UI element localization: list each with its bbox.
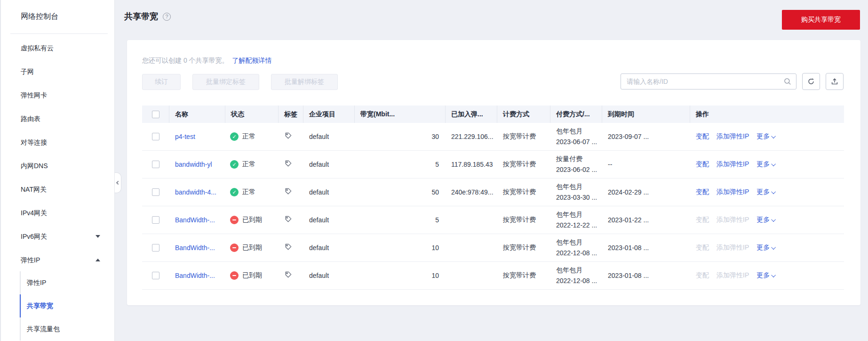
- col-payment-mode: 付费方式/...: [550, 106, 602, 123]
- batch-unbind-tags-button[interactable]: 批量解绑标签: [271, 74, 338, 90]
- row-checkbox[interactable]: [152, 161, 159, 168]
- add-eip-link[interactable]: 添加弹性IP: [717, 132, 749, 141]
- expiration-time: 2023-01-08 ...: [602, 244, 690, 252]
- billing-mode: 按宽带计费: [497, 271, 550, 280]
- col-bandwidth: 带宽(Mbit...: [355, 106, 446, 123]
- bandwidth-name-link[interactable]: BandWidth-...: [175, 216, 215, 224]
- row-checkbox[interactable]: [152, 216, 159, 224]
- add-eip-link[interactable]: 添加弹性IP: [717, 271, 749, 280]
- quota-text: 您还可以创建 0 个共享带宽。: [142, 57, 229, 64]
- divider: [10, 33, 108, 34]
- more-link[interactable]: 更多: [757, 188, 776, 196]
- sidebar-item-route-table[interactable]: 路由表: [1, 107, 114, 130]
- select-all-checkbox[interactable]: [152, 111, 159, 118]
- bandwidth-name-link[interactable]: BandWidth-...: [175, 272, 215, 279]
- sidebar: 网络控制台 虚拟私有云 子网 弹性网卡 路由表 对等连接 内网DNS NAT网关…: [1, 0, 115, 341]
- sidebar-item-ipv4-gateway[interactable]: IPv4网关: [1, 201, 114, 225]
- row-checkbox[interactable]: [152, 244, 159, 252]
- enterprise-project: default: [303, 244, 355, 252]
- export-button[interactable]: [826, 73, 844, 90]
- bandwidth-value: 50: [355, 188, 446, 196]
- sidebar-item-subnet[interactable]: 子网: [1, 60, 114, 83]
- search-input[interactable]: [621, 73, 796, 89]
- col-added-eips: 已加入弹...: [446, 106, 497, 123]
- sidebar-item-peering[interactable]: 对等连接: [1, 130, 114, 154]
- chevron-down-icon: [771, 162, 776, 166]
- tag-icon[interactable]: [284, 187, 292, 195]
- table-row: bandwidth-yl ✓ 正常 default 5 117.89.185.4…: [142, 151, 844, 179]
- row-checkbox[interactable]: [152, 133, 159, 140]
- search-icon: [783, 77, 792, 86]
- modify-link[interactable]: 变配: [696, 132, 709, 141]
- expiration-time: 2023-01-08 ...: [602, 272, 690, 279]
- billing-mode: 按宽带计费: [497, 160, 550, 169]
- payment-mode: 按量付费 2023-06-02 ...: [550, 154, 602, 175]
- modify-link[interactable]: 变配: [696, 244, 709, 252]
- table-row: BandWidth-... 已到期 default 10 按宽带计费 包年包月 …: [142, 234, 844, 262]
- sidebar-item-nat-gateway[interactable]: NAT网关: [1, 178, 114, 201]
- add-eip-link[interactable]: 添加弹性IP: [717, 216, 749, 224]
- row-operations: 变配 添加弹性IP 更多: [690, 160, 844, 169]
- bandwidth-name-link[interactable]: bandwidth-4...: [175, 188, 216, 196]
- buy-shared-bandwidth-button[interactable]: 购买共享带宽: [782, 10, 860, 30]
- add-eip-link[interactable]: 添加弹性IP: [717, 188, 749, 196]
- add-eip-link[interactable]: 添加弹性IP: [717, 244, 749, 252]
- status-expired-icon: [230, 244, 239, 252]
- bandwidth-value: 10: [355, 272, 446, 279]
- bandwidth-name-link[interactable]: BandWidth-...: [175, 244, 215, 252]
- modify-link[interactable]: 变配: [696, 160, 709, 169]
- quota-details-link[interactable]: 了解配额详情: [232, 57, 272, 64]
- sidebar-item-vpc[interactable]: 虚拟私有云: [1, 36, 114, 60]
- status-label: 已到期: [242, 216, 262, 224]
- sidebar-item-ipv6-gateway[interactable]: IPv6网关: [1, 225, 114, 248]
- sidebar-item-eip[interactable]: 弹性IP: [1, 248, 114, 272]
- bandwidth-name-link[interactable]: p4-test: [175, 133, 195, 140]
- more-link[interactable]: 更多: [757, 216, 776, 224]
- sidebar-subitem-eip[interactable]: 弹性IP: [20, 271, 114, 294]
- add-eip-link[interactable]: 添加弹性IP: [717, 160, 749, 169]
- table-row: bandwidth-4... ✓ 正常 default 50 240e:978:…: [142, 179, 844, 206]
- renew-button[interactable]: 续订: [142, 74, 181, 90]
- app-root: 网络控制台 虚拟私有云 子网 弹性网卡 路由表 对等连接 内网DNS NAT网关…: [0, 0, 868, 341]
- col-status: 状态: [225, 106, 279, 123]
- toolbar-actions: 续订 批量绑定标签 批量解绑标签: [142, 74, 338, 90]
- bandwidth-table: 名称 状态 标签 企业项目 带宽(Mbit... 已加入弹... 计费方式 付费…: [142, 106, 844, 290]
- more-link[interactable]: 更多: [757, 132, 776, 141]
- sidebar-subitem-shared-data-package[interactable]: 共享流量包: [20, 317, 114, 341]
- col-operation: 操作: [690, 106, 844, 123]
- row-checkbox[interactable]: [152, 272, 159, 279]
- enterprise-project: default: [303, 133, 355, 140]
- batch-bind-tags-button[interactable]: 批量绑定标签: [192, 74, 259, 90]
- main-content: 共享带宽 ? 购买共享带宽 您还可以创建 0 个共享带宽。了解配额详情 续订 批…: [115, 0, 868, 341]
- refresh-button[interactable]: [802, 73, 820, 90]
- tag-icon[interactable]: [284, 215, 292, 223]
- row-checkbox[interactable]: [152, 188, 159, 196]
- sidebar-collapse-handle[interactable]: [115, 172, 121, 193]
- more-link[interactable]: 更多: [757, 244, 776, 252]
- modify-link[interactable]: 变配: [696, 216, 709, 224]
- help-icon[interactable]: ?: [163, 13, 171, 21]
- more-link[interactable]: 更多: [757, 271, 776, 280]
- row-operations: 变配 添加弹性IP 更多: [690, 132, 844, 141]
- tag-icon[interactable]: [284, 160, 292, 168]
- payment-mode: 包年包月 2023-03-30 ...: [550, 181, 602, 203]
- sidebar-nav: 虚拟私有云 子网 弹性网卡 路由表 对等连接 内网DNS NAT网关 IPv4网…: [1, 36, 114, 272]
- bandwidth-name-link[interactable]: bandwidth-yl: [175, 161, 212, 168]
- row-operations: 变配 添加弹性IP 更多: [690, 188, 844, 196]
- sidebar-subitem-shared-bandwidth[interactable]: 共享带宽: [20, 294, 114, 317]
- row-operations: 变配 添加弹性IP 更多: [690, 216, 844, 224]
- status-normal-icon: ✓: [230, 160, 239, 169]
- modify-link[interactable]: 变配: [696, 188, 709, 196]
- chevron-down-icon: [771, 134, 776, 138]
- bandwidth-value: 5: [355, 216, 446, 224]
- tag-icon[interactable]: [284, 271, 292, 279]
- col-expiration-time: 到期时间: [602, 106, 690, 123]
- status-label: 正常: [242, 188, 255, 196]
- more-link[interactable]: 更多: [757, 160, 776, 169]
- modify-link[interactable]: 变配: [696, 271, 709, 280]
- payment-mode: 包年包月 2023-06-07 ...: [550, 126, 602, 147]
- sidebar-item-private-dns[interactable]: 内网DNS: [1, 154, 114, 178]
- sidebar-item-eni[interactable]: 弹性网卡: [1, 83, 114, 107]
- tag-icon[interactable]: [284, 132, 292, 140]
- tag-icon[interactable]: [284, 243, 292, 251]
